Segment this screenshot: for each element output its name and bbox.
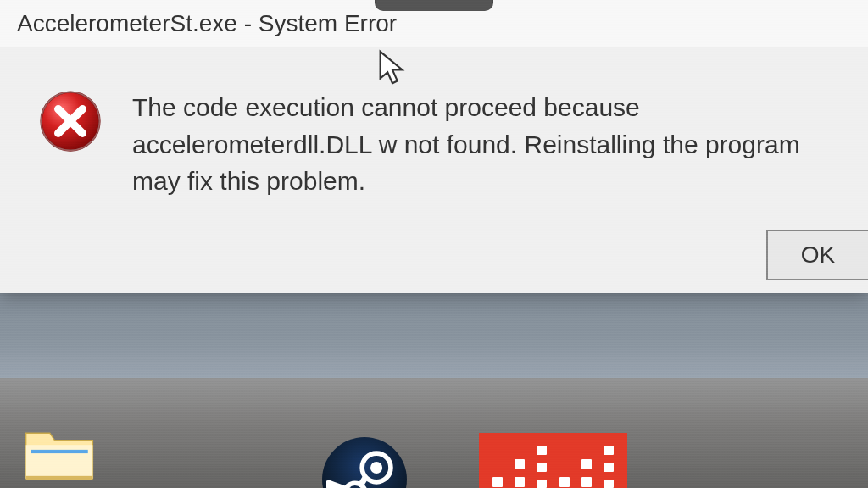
eq-bar (604, 446, 614, 488)
eq-bar (537, 446, 547, 488)
eq-bar (515, 446, 525, 488)
dialog-button-row: OK (766, 230, 868, 280)
ok-button[interactable]: OK (766, 230, 868, 280)
svg-point-5 (370, 462, 382, 474)
webcam-notch (375, 0, 493, 11)
error-icon (38, 89, 103, 153)
taskbar (0, 420, 868, 488)
dialog-titlebar[interactable]: AccelerometerSt.exe - System Error (0, 0, 868, 47)
eq-bar (581, 446, 592, 488)
error-dialog: AccelerometerSt.exe - System Error The c… (0, 0, 868, 293)
svg-rect-3 (26, 475, 93, 479)
eq-bar (492, 446, 503, 488)
equalizer-icon[interactable] (479, 433, 627, 488)
file-explorer-icon[interactable] (21, 423, 93, 489)
dialog-title: AccelerometerSt.exe - System Error (17, 10, 397, 37)
eq-bar (559, 446, 570, 488)
error-message: The code execution cannot proceed becaus… (132, 85, 843, 200)
dialog-body: The code execution cannot proceed becaus… (0, 47, 868, 217)
svg-rect-2 (31, 449, 88, 452)
